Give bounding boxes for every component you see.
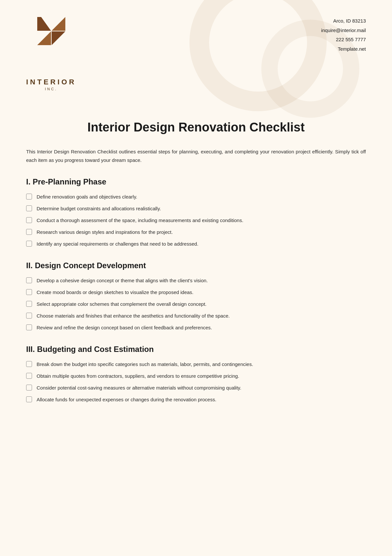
checklist-item: Choose materials and finishes that enhan… [26,312,366,320]
checklist-item-text: Define renovation goals and objectives c… [37,193,366,201]
checklist-item: Research various design styles and inspi… [26,228,366,236]
checklist-item: Determine budget constraints and allocat… [26,205,366,213]
company-phone: 222 555 7777 [321,35,366,44]
logo-section: INTERIOR INC. [26,16,76,91]
checklist-item: Develop a cohesive design concept or the… [26,277,366,285]
checklist-item: Allocate funds for unexpected expenses o… [26,396,366,404]
checklist-item-text: Review and refine the design concept bas… [37,324,366,332]
document-title: Interior Design Renovation Checklist [26,120,366,134]
section-ii: II. Design Concept DevelopmentDevelop a … [26,261,366,332]
contact-info: Arco, ID 83213 inquire@interior.mail 222… [321,16,366,54]
section-title-iii: III. Budgeting and Cost Estimation [26,345,366,354]
checklist-item-text: Conduct a thorough assessment of the spa… [37,217,366,224]
checkbox[interactable] [26,324,32,330]
checkbox[interactable] [26,385,32,391]
checklist-item-text: Identify any special requirements or cha… [37,240,366,248]
checklist-item: Conduct a thorough assessment of the spa… [26,217,366,224]
checkbox[interactable] [26,301,32,307]
checkbox[interactable] [26,217,32,223]
checkbox[interactable] [26,396,32,402]
intro-paragraph: This Interior Design Renovation Checklis… [26,148,366,164]
checkbox[interactable] [26,313,32,319]
checklist-item-text: Create mood boards or design sketches to… [37,288,366,296]
checklist-item: Obtain multiple quotes from contractors,… [26,372,366,380]
checklist-item-text: Select appropriate color schemes that co… [37,300,366,308]
checklist-item-text: Choose materials and finishes that enhan… [37,312,366,320]
company-subname: INC. [45,87,57,91]
checklist-item-text: Break down the budget into specific cate… [37,360,366,368]
checkbox[interactable] [26,194,32,200]
header: INTERIOR INC. Arco, ID 83213 inquire@int… [0,0,392,101]
company-name: INTERIOR [26,78,76,86]
checklist-item-text: Allocate funds for unexpected expenses o… [37,396,366,404]
checkbox[interactable] [26,229,32,235]
checklist-item: Break down the budget into specific cate… [26,360,366,368]
section-iii: III. Budgeting and Cost EstimationBreak … [26,345,366,404]
checklist-item-text: Determine budget constraints and allocat… [37,205,366,213]
checkbox[interactable] [26,277,32,283]
checklist-ii: Develop a cohesive design concept or the… [26,277,366,332]
checklist-item: Define renovation goals and objectives c… [26,193,366,201]
checklist-item: Identify any special requirements or cha… [26,240,366,248]
company-logo-icon [37,16,66,46]
checkbox[interactable] [26,241,32,247]
main-content: Interior Design Renovation Checklist Thi… [0,101,392,436]
sections-container: I. Pre-Planning PhaseDefine renovation g… [26,177,366,404]
checklist-iii: Break down the budget into specific cate… [26,360,366,404]
section-title-i: I. Pre-Planning Phase [26,177,366,186]
checklist-item: Create mood boards or design sketches to… [26,288,366,296]
checkbox[interactable] [26,373,32,379]
checkbox[interactable] [26,205,32,211]
company-website: Template.net [321,44,366,54]
company-address: Arco, ID 83213 [321,16,366,26]
checklist-item-text: Obtain multiple quotes from contractors,… [37,372,366,380]
checklist-item-text: Research various design styles and inspi… [37,228,366,236]
section-i: I. Pre-Planning PhaseDefine renovation g… [26,177,366,248]
checklist-item-text: Consider potential cost-saving measures … [37,384,366,392]
checklist-item: Consider potential cost-saving measures … [26,384,366,392]
page: INTERIOR INC. Arco, ID 83213 inquire@int… [0,0,392,556]
checkbox[interactable] [26,361,32,367]
section-title-ii: II. Design Concept Development [26,261,366,270]
checklist-item: Select appropriate color schemes that co… [26,300,366,308]
checkbox[interactable] [26,289,32,295]
checklist-item-text: Develop a cohesive design concept or the… [37,277,366,285]
checklist-item: Review and refine the design concept bas… [26,324,366,332]
company-email: inquire@interior.mail [321,26,366,35]
checklist-i: Define renovation goals and objectives c… [26,193,366,248]
